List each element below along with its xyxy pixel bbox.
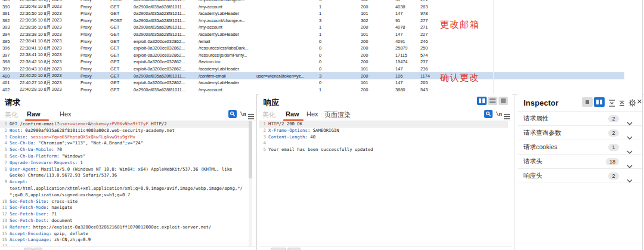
newline-toggle-icon[interactable]: \n	[496, 111, 502, 117]
inspector-section-请求头[interactable]: 请求头18	[518, 154, 642, 168]
search-icon[interactable]	[484, 110, 493, 118]
newline-toggle-icon[interactable]: \n	[240, 111, 246, 117]
line-number: 4	[0, 140, 7, 147]
cell-length: 147	[393, 32, 418, 37]
inspector-title: Inspector	[524, 98, 559, 107]
cell-method: GET	[108, 59, 131, 64]
layout-columns-icon[interactable]	[477, 97, 487, 105]
cell-host: 0a2900af035a628f81011...	[131, 11, 196, 16]
cell-method: GET	[108, 39, 131, 44]
editor-line: 2Host: 0a2900af035a628f810111c4003a00c8.…	[0, 128, 252, 134]
tab-Raw[interactable]: Raw	[27, 110, 41, 118]
history-row[interactable]: 39022:36:48 10 8月 2023ProxyGET0a2900af03…	[0, 3, 624, 10]
cell-id: 402	[0, 87, 17, 92]
cell-ms: 543	[418, 87, 624, 92]
cell-length: 17115	[393, 53, 418, 58]
cell-method: GET	[108, 11, 131, 16]
history-row[interactable]: 40222:40:28 10 8月 2023ProxyGET0a2900af03…	[0, 87, 624, 94]
column-divider	[493, 0, 494, 94]
annotation-change-email: 更改邮箱	[440, 19, 479, 30]
history-row[interactable]: 39622:38:41 10 8月 2023ProxyGETexploit-0a…	[0, 45, 624, 52]
search-next-button[interactable]	[33, 248, 42, 250]
inspector-section-请求查询参数[interactable]: 请求查询参数2	[518, 125, 642, 140]
request-panel-title: 请求	[5, 97, 20, 108]
history-row[interactable]: 39122:36:50 10 8月 2023ProxyGET0a2900af03…	[0, 10, 624, 17]
request-search-bar	[0, 246, 256, 250]
history-row[interactable]: 39222:38:36 10 8月 2023ProxyPOST0a2900af0…	[0, 17, 624, 24]
cell-method: GET	[108, 66, 131, 72]
cell-time: 22:36:48 10 8月 2023	[17, 4, 78, 10]
expand-all-icon[interactable]	[618, 98, 626, 109]
line-number: 2	[0, 128, 7, 134]
close-icon[interactable]: ×	[637, 96, 642, 106]
history-row[interactable]: 39822:38:42 10 8月 2023ProxyGETexploit-0a…	[0, 58, 624, 66]
line-number: 6	[0, 153, 7, 160]
inspector-split-icon[interactable]	[594, 97, 605, 107]
editor-line: 2X-Frame-Options: SAMEORIGIN	[259, 128, 508, 134]
cell-length: 15474	[393, 59, 418, 64]
cell-method: POST	[108, 18, 131, 23]
inspector-dock-icon[interactable]	[582, 97, 593, 107]
history-row[interactable]: 39722:38:41 10 8月 2023ProxyGETexploit-0a…	[0, 52, 624, 59]
line-number: 1	[0, 121, 7, 128]
cell-status: 200	[358, 53, 393, 58]
cell-status: 101	[358, 80, 393, 85]
chevron-down-icon[interactable]	[627, 174, 633, 185]
history-row[interactable]: 39422:38:38 10 8月 2023ProxyGET0a2900af03…	[0, 31, 624, 38]
inspector-header: Inspector ×	[518, 94, 642, 111]
history-row[interactable]: 40122:40:27 10 8月 2023ProxyGETexploit-0a…	[0, 79, 624, 87]
cell-listener: Proxy	[78, 39, 108, 44]
history-row[interactable]: 39322:38:36 10 8月 2023ProxyGET0a2900af03…	[0, 24, 624, 31]
cell-listener: Proxy	[78, 87, 108, 92]
cell-listener: Proxy	[78, 4, 108, 10]
cell-status: 101	[358, 32, 393, 37]
inspector-section-请求属性[interactable]: 请求属性2	[518, 111, 642, 125]
editor-line: 11Sec-Fetch-Mode: navigate	[0, 205, 252, 211]
cell-host: 0a2900af035a628f81011...	[131, 0, 196, 2]
http-history-rows: 38922:36:46 10 8月 2023ProxyPOST0a2900af0…	[0, 0, 624, 93]
search-prev-button[interactable]	[24, 248, 33, 250]
cell-status: 200	[358, 45, 393, 51]
cell-params: 1	[317, 32, 358, 37]
editor-menu-icon[interactable]	[504, 111, 510, 122]
tab-Hex[interactable]: Hex	[306, 110, 318, 118]
line-number: 2	[259, 128, 266, 134]
history-row[interactable]: 39922:38:43 10 8月 2023ProxyGETexploit-0a…	[0, 66, 624, 73]
cell-time: 22:40:27 10 8月 2023	[17, 80, 78, 86]
panel-divider[interactable]	[515, 94, 515, 250]
response-editor[interactable]: 1HTTP/2 200 OK2X-Frame-Options: SAMEORIG…	[259, 121, 508, 153]
tab-Raw[interactable]: Raw	[286, 110, 299, 118]
cell-status: 200	[358, 87, 393, 92]
editor-line: 1HTTP/2 200 OK	[259, 121, 508, 128]
cell-params: 0	[317, 45, 358, 51]
cell-host: exploit-0a3200ce032862...	[131, 39, 196, 44]
history-row[interactable]: 39522:38:41 10 8月 2023ProxyGETexploit-0a…	[0, 38, 624, 45]
cell-id: 392	[0, 18, 17, 23]
cell-host: 0a2900af035a628f81011...	[131, 87, 196, 92]
request-editor[interactable]: 1GET /confirm-email?user=wiener&token=yz…	[0, 121, 252, 250]
inspector-section-响应头[interactable]: 响应头2	[518, 168, 642, 183]
line-number: 15	[0, 231, 7, 237]
tab-美化[interactable]: 美化	[262, 110, 275, 119]
editor-menu-icon[interactable]	[248, 111, 254, 122]
panel-divider[interactable]	[256, 94, 257, 250]
section-label: 请求头	[524, 158, 543, 166]
inspector-section-请求cookies[interactable]: 请求cookies1	[518, 140, 642, 154]
layout-single-icon[interactable]	[499, 97, 508, 105]
collapse-all-icon[interactable]	[608, 98, 615, 109]
tab-页面渲染[interactable]: 页面渲染	[324, 110, 351, 119]
search-nav-button[interactable]	[287, 248, 301, 250]
tab-Hex[interactable]: Hex	[60, 110, 72, 118]
search-options-button[interactable]	[271, 248, 286, 250]
search-icon[interactable]	[228, 110, 237, 118]
cell-length: 25879	[393, 45, 418, 51]
cell-ms: 574	[418, 53, 624, 58]
scrollbar-thumb[interactable]	[249, 121, 252, 178]
history-row[interactable]: 40022:40:20 10 8月 2023ProxyGET0a2900af03…	[0, 72, 624, 79]
gear-icon[interactable]	[628, 98, 636, 109]
layout-rows-icon[interactable]	[488, 97, 497, 105]
request-scrollbar[interactable]	[249, 121, 252, 246]
line-number: 12	[0, 211, 7, 218]
tab-美化[interactable]: 美化	[5, 110, 18, 119]
editor-line: 3Cookie: session=Yqva65FhptaQXSxQkwTLqAv…	[0, 134, 252, 141]
